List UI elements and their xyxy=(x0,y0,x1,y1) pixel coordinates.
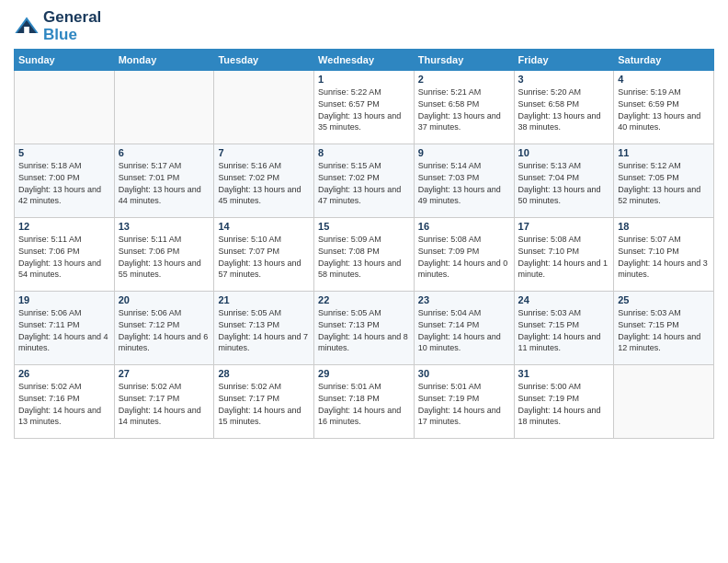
calendar-cell: 2Sunrise: 5:21 AMSunset: 6:58 PMDaylight… xyxy=(414,71,514,144)
day-info: Sunrise: 5:19 AMSunset: 6:59 PMDaylight:… xyxy=(618,86,710,132)
calendar-cell: 18Sunrise: 5:07 AMSunset: 7:10 PMDayligh… xyxy=(614,218,714,292)
day-number: 2 xyxy=(418,74,510,85)
calendar-cell: 29Sunrise: 5:01 AMSunset: 7:18 PMDayligh… xyxy=(314,365,415,439)
day-info: Sunrise: 5:15 AMSunset: 7:02 PMDaylight:… xyxy=(318,160,410,206)
calendar-header-row: SundayMondayTuesdayWednesdayThursdayFrid… xyxy=(15,50,714,71)
col-header-tuesday: Tuesday xyxy=(214,50,314,71)
calendar-week-5: 26Sunrise: 5:02 AMSunset: 7:16 PMDayligh… xyxy=(15,365,714,439)
day-info: Sunrise: 5:08 AMSunset: 7:09 PMDaylight:… xyxy=(418,234,510,280)
day-info: Sunrise: 5:05 AMSunset: 7:13 PMDaylight:… xyxy=(318,307,410,353)
day-info: Sunrise: 5:13 AMSunset: 7:04 PMDaylight:… xyxy=(518,160,610,206)
day-number: 3 xyxy=(518,74,610,85)
day-number: 13 xyxy=(119,221,210,232)
calendar-cell: 22Sunrise: 5:05 AMSunset: 7:13 PMDayligh… xyxy=(314,292,415,365)
day-info: Sunrise: 5:00 AMSunset: 7:19 PMDaylight:… xyxy=(518,381,610,427)
day-number: 11 xyxy=(618,147,710,158)
calendar-cell: 13Sunrise: 5:11 AMSunset: 7:06 PMDayligh… xyxy=(114,218,214,292)
logo-icon xyxy=(14,14,40,40)
day-number: 5 xyxy=(18,147,110,158)
day-info: Sunrise: 5:12 AMSunset: 7:05 PMDaylight:… xyxy=(618,160,710,206)
calendar-cell: 7Sunrise: 5:16 AMSunset: 7:02 PMDaylight… xyxy=(214,144,314,218)
calendar-cell: 21Sunrise: 5:05 AMSunset: 7:13 PMDayligh… xyxy=(214,292,314,365)
day-number: 29 xyxy=(318,368,410,379)
day-number: 21 xyxy=(218,294,310,305)
day-number: 7 xyxy=(218,147,310,158)
day-number: 4 xyxy=(618,74,710,85)
calendar-cell: 17Sunrise: 5:08 AMSunset: 7:10 PMDayligh… xyxy=(514,218,614,292)
calendar-cell xyxy=(614,365,714,439)
day-number: 6 xyxy=(119,147,210,158)
day-number: 22 xyxy=(318,294,410,305)
day-number: 8 xyxy=(318,147,410,158)
calendar-cell: 31Sunrise: 5:00 AMSunset: 7:19 PMDayligh… xyxy=(514,365,614,439)
day-info: Sunrise: 5:17 AMSunset: 7:01 PMDaylight:… xyxy=(119,160,210,206)
day-number: 31 xyxy=(518,368,610,379)
day-info: Sunrise: 5:22 AMSunset: 6:57 PMDaylight:… xyxy=(318,86,410,132)
day-info: Sunrise: 5:02 AMSunset: 7:17 PMDaylight:… xyxy=(218,381,310,427)
day-info: Sunrise: 5:20 AMSunset: 6:58 PMDaylight:… xyxy=(518,86,610,132)
calendar-cell: 25Sunrise: 5:03 AMSunset: 7:15 PMDayligh… xyxy=(614,292,714,365)
calendar-cell: 9Sunrise: 5:14 AMSunset: 7:03 PMDaylight… xyxy=(414,144,514,218)
calendar-cell xyxy=(114,71,214,144)
day-info: Sunrise: 5:02 AMSunset: 7:17 PMDaylight:… xyxy=(119,381,210,427)
day-number: 28 xyxy=(218,368,310,379)
col-header-saturday: Saturday xyxy=(614,50,714,71)
calendar-week-2: 5Sunrise: 5:18 AMSunset: 7:00 PMDaylight… xyxy=(15,144,714,218)
day-number: 19 xyxy=(18,294,110,305)
col-header-friday: Friday xyxy=(514,50,614,71)
day-number: 14 xyxy=(218,221,310,232)
calendar-cell: 27Sunrise: 5:02 AMSunset: 7:17 PMDayligh… xyxy=(114,365,214,439)
day-info: Sunrise: 5:04 AMSunset: 7:14 PMDaylight:… xyxy=(418,307,510,353)
day-number: 27 xyxy=(119,368,210,379)
calendar-cell: 4Sunrise: 5:19 AMSunset: 6:59 PMDaylight… xyxy=(614,71,714,144)
logo: General Blue xyxy=(14,9,101,43)
day-number: 12 xyxy=(18,221,110,232)
calendar-cell xyxy=(15,71,115,144)
day-number: 25 xyxy=(618,294,710,305)
logo-text: General Blue xyxy=(43,9,101,43)
day-info: Sunrise: 5:03 AMSunset: 7:15 PMDaylight:… xyxy=(518,307,610,353)
calendar-table: SundayMondayTuesdayWednesdayThursdayFrid… xyxy=(14,49,714,439)
calendar-cell: 30Sunrise: 5:01 AMSunset: 7:19 PMDayligh… xyxy=(414,365,514,439)
calendar-cell: 8Sunrise: 5:15 AMSunset: 7:02 PMDaylight… xyxy=(314,144,415,218)
calendar-week-3: 12Sunrise: 5:11 AMSunset: 7:06 PMDayligh… xyxy=(15,218,714,292)
calendar-cell: 24Sunrise: 5:03 AMSunset: 7:15 PMDayligh… xyxy=(514,292,614,365)
calendar-cell: 6Sunrise: 5:17 AMSunset: 7:01 PMDaylight… xyxy=(114,144,214,218)
calendar-cell: 19Sunrise: 5:06 AMSunset: 7:11 PMDayligh… xyxy=(15,292,115,365)
day-number: 23 xyxy=(418,294,510,305)
calendar-cell: 11Sunrise: 5:12 AMSunset: 7:05 PMDayligh… xyxy=(614,144,714,218)
col-header-wednesday: Wednesday xyxy=(314,50,415,71)
day-info: Sunrise: 5:02 AMSunset: 7:16 PMDaylight:… xyxy=(18,381,110,427)
calendar-cell: 3Sunrise: 5:20 AMSunset: 6:58 PMDaylight… xyxy=(514,71,614,144)
day-info: Sunrise: 5:07 AMSunset: 7:10 PMDaylight:… xyxy=(618,234,710,280)
day-number: 10 xyxy=(518,147,610,158)
day-number: 15 xyxy=(318,221,410,232)
day-info: Sunrise: 5:01 AMSunset: 7:19 PMDaylight:… xyxy=(418,381,510,427)
day-info: Sunrise: 5:11 AMSunset: 7:06 PMDaylight:… xyxy=(18,234,110,280)
day-info: Sunrise: 5:03 AMSunset: 7:15 PMDaylight:… xyxy=(618,307,710,353)
col-header-monday: Monday xyxy=(114,50,214,71)
day-number: 20 xyxy=(119,294,210,305)
header: General Blue xyxy=(14,9,714,43)
day-number: 18 xyxy=(618,221,710,232)
calendar-week-4: 19Sunrise: 5:06 AMSunset: 7:11 PMDayligh… xyxy=(15,292,714,365)
calendar-cell: 5Sunrise: 5:18 AMSunset: 7:00 PMDaylight… xyxy=(15,144,115,218)
calendar-cell: 1Sunrise: 5:22 AMSunset: 6:57 PMDaylight… xyxy=(314,71,415,144)
day-number: 9 xyxy=(418,147,510,158)
day-info: Sunrise: 5:11 AMSunset: 7:06 PMDaylight:… xyxy=(119,234,210,280)
day-number: 1 xyxy=(318,74,410,85)
calendar-cell: 26Sunrise: 5:02 AMSunset: 7:16 PMDayligh… xyxy=(15,365,115,439)
calendar-cell xyxy=(214,71,314,144)
day-info: Sunrise: 5:10 AMSunset: 7:07 PMDaylight:… xyxy=(218,234,310,280)
day-info: Sunrise: 5:16 AMSunset: 7:02 PMDaylight:… xyxy=(218,160,310,206)
calendar-cell: 15Sunrise: 5:09 AMSunset: 7:08 PMDayligh… xyxy=(314,218,415,292)
day-number: 30 xyxy=(418,368,510,379)
calendar-cell: 23Sunrise: 5:04 AMSunset: 7:14 PMDayligh… xyxy=(414,292,514,365)
col-header-sunday: Sunday xyxy=(15,50,115,71)
day-number: 16 xyxy=(418,221,510,232)
day-info: Sunrise: 5:21 AMSunset: 6:58 PMDaylight:… xyxy=(418,86,510,132)
calendar-cell: 16Sunrise: 5:08 AMSunset: 7:09 PMDayligh… xyxy=(414,218,514,292)
day-number: 26 xyxy=(18,368,110,379)
calendar-cell: 28Sunrise: 5:02 AMSunset: 7:17 PMDayligh… xyxy=(214,365,314,439)
calendar-week-1: 1Sunrise: 5:22 AMSunset: 6:57 PMDaylight… xyxy=(15,71,714,144)
